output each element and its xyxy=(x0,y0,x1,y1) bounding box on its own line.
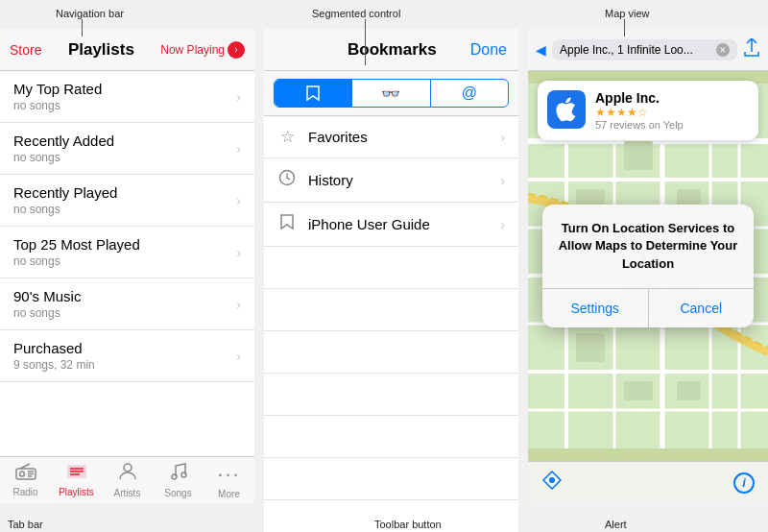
back-button[interactable]: ◀ xyxy=(536,42,546,58)
playlists-title: Playlists xyxy=(68,40,134,60)
list-item[interactable]: My Top Rated no songs › xyxy=(0,71,254,123)
address-field[interactable]: Apple Inc., 1 Infinite Loo... ✕ xyxy=(552,39,737,60)
history-icon xyxy=(277,169,297,191)
empty-row xyxy=(264,416,518,458)
playlist-sub: 9 songs, 32 min xyxy=(13,358,95,372)
playlist-title: My Top Rated xyxy=(13,81,102,97)
list-item[interactable]: Top 25 Most Played no songs › xyxy=(0,227,254,278)
music-tab-bar: Radio Playlists Artists xyxy=(0,456,254,503)
empty-row xyxy=(264,331,518,374)
guide-label: iPhone User Guide xyxy=(308,216,489,232)
now-playing-label: Now Playing xyxy=(160,43,225,57)
playlist-title: 90's Music xyxy=(13,288,81,304)
more-icon: ··· xyxy=(217,462,240,487)
maps-footer: i xyxy=(528,461,768,503)
chevron-right-icon: › xyxy=(500,130,505,145)
map-body[interactable]: Apple Inc. ★★★★☆ 57 reviews on Yelp Turn… xyxy=(528,71,768,461)
more-tab-label: More xyxy=(218,489,240,499)
playlist-sub: no songs xyxy=(13,151,114,164)
list-item[interactable]: Purchased 9 songs, 32 min › xyxy=(0,330,254,382)
alert-annotation: Alert xyxy=(605,519,627,530)
settings-button[interactable]: Settings xyxy=(542,289,648,327)
artists-tab-label: Artists xyxy=(114,488,141,498)
store-button[interactable]: Store xyxy=(10,42,41,58)
safari-nav-bar: Bookmarks Done xyxy=(264,29,518,71)
history-label: History xyxy=(308,172,489,188)
svg-point-11 xyxy=(172,474,177,479)
playlists-list: My Top Rated no songs › Recently Added n… xyxy=(0,71,254,456)
svg-point-12 xyxy=(181,472,186,477)
tab-songs[interactable]: Songs xyxy=(153,462,204,498)
chevron-right-icon: › xyxy=(236,141,241,157)
chevron-right-icon: › xyxy=(236,89,241,105)
music-nav-bar: Store Playlists Now Playing › xyxy=(0,29,254,71)
iphone-guide-item[interactable]: iPhone User Guide › xyxy=(264,203,518,247)
radio-icon xyxy=(15,463,36,485)
segment-shared-links[interactable]: @ xyxy=(431,80,508,107)
chevron-right-icon: › xyxy=(236,245,241,260)
list-item[interactable]: Recently Added no songs › xyxy=(0,123,254,175)
chevron-right-icon: › xyxy=(236,297,241,312)
playlist-sub: no songs xyxy=(13,203,117,216)
clear-address-button[interactable]: ✕ xyxy=(716,43,730,57)
location-button[interactable] xyxy=(541,470,563,496)
list-item[interactable]: Recently Played no songs › xyxy=(0,175,254,227)
svg-point-1 xyxy=(19,472,24,476)
chevron-right-icon: › xyxy=(500,217,505,232)
alert-actions: Settings Cancel xyxy=(542,288,754,327)
segment-bookmarks[interactable] xyxy=(275,80,351,107)
favorites-icon: ☆ xyxy=(277,127,297,147)
empty-row xyxy=(264,500,518,532)
favorites-label: Favorites xyxy=(308,129,489,145)
empty-row xyxy=(264,458,518,500)
chevron-right-icon: › xyxy=(236,193,241,208)
bookmarks-title: Bookmarks xyxy=(314,40,470,60)
songs-icon xyxy=(169,462,188,486)
seg-control-annotation: Segmented control xyxy=(312,8,400,19)
playlist-title: Recently Played xyxy=(13,184,117,201)
svg-point-10 xyxy=(124,464,132,472)
address-text: Apple Inc., 1 Infinite Loo... xyxy=(560,43,693,57)
tab-playlists[interactable]: Playlists xyxy=(51,463,102,497)
now-playing-chevron-icon: › xyxy=(228,41,245,59)
empty-row xyxy=(264,247,518,289)
empty-row xyxy=(264,374,518,416)
playlists-icon xyxy=(66,463,87,485)
segmented-control: 👓 @ xyxy=(274,79,509,108)
list-item[interactable]: 90's Music no songs › xyxy=(0,278,254,330)
tab-radio[interactable]: Radio xyxy=(0,463,51,497)
playlist-sub: no songs xyxy=(13,99,102,112)
maps-address-bar: ◀ Apple Inc., 1 Infinite Loo... ✕ xyxy=(528,29,768,71)
safari-panel: Bookmarks Done 👓 @ ☆ Favorites › xyxy=(264,29,518,503)
artists-icon xyxy=(117,462,138,486)
cancel-button[interactable]: Cancel xyxy=(648,289,755,327)
empty-row xyxy=(264,289,518,331)
info-button[interactable]: i xyxy=(733,472,755,494)
segmented-control-container: 👓 @ xyxy=(264,71,518,116)
playlist-title: Top 25 Most Played xyxy=(13,236,140,253)
playlist-sub: no songs xyxy=(13,306,81,320)
alert-overlay: Turn On Location Services to Allow Maps … xyxy=(528,71,768,461)
history-item[interactable]: History › xyxy=(264,158,518,203)
favorites-item[interactable]: ☆ Favorites › xyxy=(264,116,518,158)
alert-title: Turn On Location Services to Allow Maps … xyxy=(556,220,740,273)
now-playing-button[interactable]: Now Playing › xyxy=(160,41,245,59)
location-alert: Turn On Location Services to Allow Maps … xyxy=(542,205,754,327)
playlist-title: Purchased xyxy=(13,340,95,356)
chevron-right-icon: › xyxy=(500,173,505,188)
songs-tab-label: Songs xyxy=(164,488,191,498)
done-button[interactable]: Done xyxy=(470,41,507,59)
nav-bar-annotation: Navigation bar xyxy=(56,8,124,19)
bookmarks-list: ☆ Favorites › History › iPhone User Guid… xyxy=(264,116,518,247)
playlist-title: Recently Added xyxy=(13,133,114,149)
segment-reading-list[interactable]: 👓 xyxy=(352,80,429,107)
tab-more[interactable]: ··· More xyxy=(204,462,254,499)
svg-point-38 xyxy=(549,477,555,483)
tab-artists[interactable]: Artists xyxy=(102,462,153,498)
share-button[interactable] xyxy=(743,38,760,61)
music-panel: Store Playlists Now Playing › My Top Rat… xyxy=(0,29,254,503)
maps-panel: ◀ Apple Inc., 1 Infinite Loo... ✕ xyxy=(528,29,768,503)
playlist-sub: no songs xyxy=(13,254,140,268)
guide-icon xyxy=(277,213,297,235)
map-view-annotation: Map view xyxy=(605,8,649,19)
